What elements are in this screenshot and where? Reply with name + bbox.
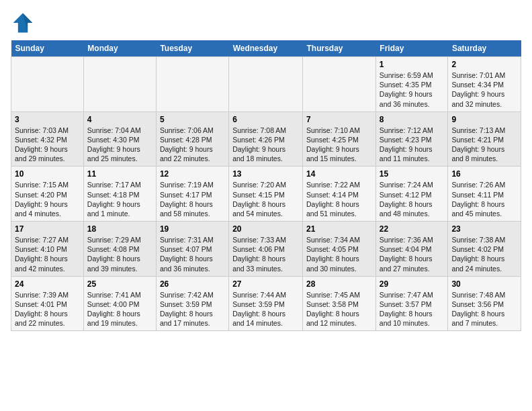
day-number: 4 [87,115,152,124]
day-info: Sunrise: 7:33 AM Sunset: 4:06 PM Dayligh… [232,235,299,273]
weekday-header-saturday: Saturday [448,40,521,57]
calendar-cell: 25Sunrise: 7:41 AM Sunset: 4:00 PM Dayli… [83,276,156,331]
day-number: 13 [232,169,299,179]
calendar-cell: 11Sunrise: 7:17 AM Sunset: 4:18 PM Dayli… [83,167,156,222]
day-info: Sunrise: 7:10 AM Sunset: 4:25 PM Dayligh… [306,126,372,164]
calendar-cell: 18Sunrise: 7:29 AM Sunset: 4:08 PM Dayli… [83,222,156,277]
calendar-week-0: 1Sunrise: 6:59 AM Sunset: 4:35 PM Daylig… [11,57,521,112]
day-info: Sunrise: 7:19 AM Sunset: 4:17 PM Dayligh… [160,180,225,218]
day-number: 16 [451,169,517,179]
day-number: 11 [87,169,152,179]
day-number: 20 [232,224,299,234]
calendar-cell: 21Sunrise: 7:34 AM Sunset: 4:05 PM Dayli… [303,222,376,277]
day-info: Sunrise: 7:20 AM Sunset: 4:15 PM Dayligh… [232,180,299,218]
calendar-table: SundayMondayTuesdayWednesdayThursdayFrid… [11,40,521,331]
calendar-cell: 30Sunrise: 7:48 AM Sunset: 3:56 PM Dayli… [448,276,521,331]
day-number: 1 [380,60,445,69]
calendar-cell: 15Sunrise: 7:24 AM Sunset: 4:12 PM Dayli… [375,167,448,222]
day-number: 17 [15,224,80,234]
day-number: 2 [451,60,517,69]
day-number: 9 [451,115,517,124]
day-number: 5 [160,115,225,124]
logo [11,11,38,35]
calendar-cell: 7Sunrise: 7:10 AM Sunset: 4:25 PM Daylig… [303,111,376,167]
calendar-cell: 4Sunrise: 7:04 AM Sunset: 4:30 PM Daylig… [83,111,156,167]
weekday-header-monday: Monday [83,40,156,57]
calendar-cell: 10Sunrise: 7:15 AM Sunset: 4:20 PM Dayli… [11,167,84,222]
calendar-week-3: 17Sunrise: 7:27 AM Sunset: 4:10 PM Dayli… [11,222,521,277]
day-info: Sunrise: 7:15 AM Sunset: 4:20 PM Dayligh… [15,180,80,218]
calendar-cell: 29Sunrise: 7:47 AM Sunset: 3:57 PM Dayli… [375,276,448,331]
calendar-cell [303,57,376,112]
day-info: Sunrise: 7:01 AM Sunset: 4:34 PM Dayligh… [451,71,517,109]
day-info: Sunrise: 7:39 AM Sunset: 4:01 PM Dayligh… [15,290,80,328]
calendar-cell: 28Sunrise: 7:45 AM Sunset: 3:58 PM Dayli… [303,276,376,331]
day-number: 27 [232,279,299,289]
day-info: Sunrise: 7:42 AM Sunset: 3:59 PM Dayligh… [160,290,225,328]
day-number: 14 [306,169,372,179]
day-info: Sunrise: 7:13 AM Sunset: 4:21 PM Dayligh… [451,126,517,164]
day-info: Sunrise: 7:06 AM Sunset: 4:28 PM Dayligh… [160,126,225,164]
header [11,11,521,35]
day-info: Sunrise: 7:38 AM Sunset: 4:02 PM Dayligh… [451,235,517,273]
day-info: Sunrise: 7:03 AM Sunset: 4:32 PM Dayligh… [15,126,80,164]
calendar-cell: 23Sunrise: 7:38 AM Sunset: 4:02 PM Dayli… [448,222,521,277]
day-number: 12 [160,169,225,179]
calendar-cell: 17Sunrise: 7:27 AM Sunset: 4:10 PM Dayli… [11,222,84,277]
day-number: 10 [15,169,80,179]
day-number: 6 [232,115,299,124]
day-number: 28 [306,279,372,289]
calendar-cell: 2Sunrise: 7:01 AM Sunset: 4:34 PM Daylig… [448,57,521,112]
day-number: 21 [306,224,372,234]
weekday-header-friday: Friday [375,40,448,57]
calendar-cell: 16Sunrise: 7:26 AM Sunset: 4:11 PM Dayli… [448,167,521,222]
day-number: 25 [87,279,152,289]
calendar-cell: 24Sunrise: 7:39 AM Sunset: 4:01 PM Dayli… [11,276,84,331]
calendar-cell: 8Sunrise: 7:12 AM Sunset: 4:23 PM Daylig… [375,111,448,167]
weekday-header-tuesday: Tuesday [156,40,228,57]
calendar-body: 1Sunrise: 6:59 AM Sunset: 4:35 PM Daylig… [11,57,521,331]
day-info: Sunrise: 7:17 AM Sunset: 4:18 PM Dayligh… [87,180,152,218]
day-info: Sunrise: 7:41 AM Sunset: 4:00 PM Dayligh… [87,290,152,328]
day-info: Sunrise: 6:59 AM Sunset: 4:35 PM Dayligh… [380,71,445,109]
day-info: Sunrise: 7:29 AM Sunset: 4:08 PM Dayligh… [87,235,152,273]
weekday-header-row: SundayMondayTuesdayWednesdayThursdayFrid… [11,40,521,57]
day-info: Sunrise: 7:27 AM Sunset: 4:10 PM Dayligh… [15,235,80,273]
calendar-cell: 12Sunrise: 7:19 AM Sunset: 4:17 PM Dayli… [156,167,228,222]
calendar-cell: 19Sunrise: 7:31 AM Sunset: 4:07 PM Dayli… [156,222,228,277]
calendar-cell: 26Sunrise: 7:42 AM Sunset: 3:59 PM Dayli… [156,276,228,331]
calendar-cell: 13Sunrise: 7:20 AM Sunset: 4:15 PM Dayli… [229,167,303,222]
calendar-cell: 22Sunrise: 7:36 AM Sunset: 4:04 PM Dayli… [375,222,448,277]
day-number: 30 [451,279,517,289]
day-number: 26 [160,279,225,289]
day-info: Sunrise: 7:36 AM Sunset: 4:04 PM Dayligh… [380,235,445,273]
day-info: Sunrise: 7:45 AM Sunset: 3:58 PM Dayligh… [306,290,372,328]
day-number: 7 [306,115,372,124]
calendar-cell [11,57,84,112]
day-number: 29 [380,279,445,289]
day-number: 22 [380,224,445,234]
weekday-header-sunday: Sunday [11,40,84,57]
day-number: 19 [160,224,225,234]
calendar-cell: 3Sunrise: 7:03 AM Sunset: 4:32 PM Daylig… [11,111,84,167]
day-number: 24 [15,279,80,289]
day-info: Sunrise: 7:26 AM Sunset: 4:11 PM Dayligh… [451,180,517,218]
weekday-header-thursday: Thursday [303,40,376,57]
calendar-week-4: 24Sunrise: 7:39 AM Sunset: 4:01 PM Dayli… [11,276,521,331]
calendar-cell [83,57,156,112]
day-info: Sunrise: 7:34 AM Sunset: 4:05 PM Dayligh… [306,235,372,273]
day-number: 23 [451,224,517,234]
calendar-cell: 9Sunrise: 7:13 AM Sunset: 4:21 PM Daylig… [448,111,521,167]
day-info: Sunrise: 7:12 AM Sunset: 4:23 PM Dayligh… [380,126,445,164]
day-info: Sunrise: 7:22 AM Sunset: 4:14 PM Dayligh… [306,180,372,218]
calendar-cell: 6Sunrise: 7:08 AM Sunset: 4:26 PM Daylig… [229,111,303,167]
day-info: Sunrise: 7:44 AM Sunset: 3:59 PM Dayligh… [232,290,299,328]
day-number: 18 [87,224,152,234]
calendar-cell: 14Sunrise: 7:22 AM Sunset: 4:14 PM Dayli… [303,167,376,222]
day-info: Sunrise: 7:04 AM Sunset: 4:30 PM Dayligh… [87,126,152,164]
logo-icon [11,11,35,35]
calendar-cell: 20Sunrise: 7:33 AM Sunset: 4:06 PM Dayli… [229,222,303,277]
calendar-cell [156,57,228,112]
day-number: 3 [15,115,80,124]
day-number: 8 [380,115,445,124]
